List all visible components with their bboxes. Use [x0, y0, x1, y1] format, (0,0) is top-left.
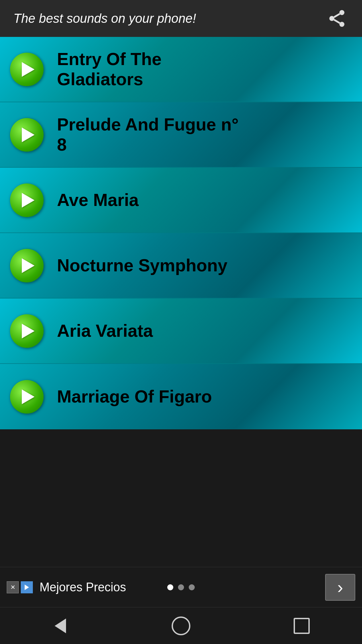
header-title: The best sounds on your phone!	[13, 11, 196, 26]
play-button-5[interactable]	[10, 314, 44, 348]
ad-flag-icon[interactable]	[21, 581, 33, 593]
ad-banner-inner: ✕ Mejores Precios	[7, 567, 355, 607]
ad-close-button[interactable]: ✕	[7, 581, 19, 593]
header: The best sounds on your phone!	[0, 0, 362, 37]
svg-line-3	[334, 20, 340, 23]
song-item[interactable]: Ave Maria	[0, 168, 362, 233]
song-item[interactable]: Prelude And Fugue n°8	[0, 102, 362, 168]
ad-close: ✕	[7, 581, 33, 593]
song-item[interactable]: Marriage Of Figaro	[0, 364, 362, 429]
play-button-6[interactable]	[10, 380, 44, 414]
play-button-4[interactable]	[10, 249, 44, 282]
play-button-3[interactable]	[10, 183, 44, 217]
svg-line-4	[334, 14, 340, 17]
song-list: Entry Of TheGladiators Prelude And Fugue…	[0, 37, 362, 567]
play-button-1[interactable]	[10, 53, 44, 86]
ad-arrow-button[interactable]	[325, 574, 355, 601]
nav-recents-icon	[294, 618, 310, 634]
nav-recents-button[interactable]	[282, 612, 322, 639]
ad-content: ✕ Mejores Precios	[7, 580, 126, 594]
nav-home-icon	[172, 616, 190, 635]
play-button-2[interactable]	[10, 118, 44, 152]
ad-dot-3	[189, 584, 195, 590]
share-button[interactable]	[325, 7, 349, 30]
svg-point-0	[340, 10, 345, 15]
song-title-6: Marriage Of Figaro	[57, 387, 212, 407]
nav-bar	[0, 607, 362, 644]
song-title-5: Aria Variata	[57, 321, 153, 341]
song-item[interactable]: Aria Variata	[0, 299, 362, 364]
ad-dot-1	[167, 584, 173, 590]
ad-text: Mejores Precios	[40, 580, 126, 594]
song-item[interactable]: Entry Of TheGladiators	[0, 37, 362, 102]
nav-home-button[interactable]	[161, 612, 201, 639]
svg-point-2	[340, 22, 345, 27]
svg-point-1	[329, 16, 335, 21]
song-title-1: Entry Of TheGladiators	[57, 49, 162, 90]
song-title-3: Ave Maria	[57, 190, 139, 210]
song-item[interactable]: Nocturne Symphony	[0, 233, 362, 299]
svg-marker-5	[25, 584, 29, 590]
ad-banner: ✕ Mejores Precios	[0, 567, 362, 607]
song-title-4: Nocturne Symphony	[57, 256, 228, 276]
ad-dots	[167, 584, 195, 590]
ad-dot-2	[178, 584, 184, 590]
nav-back-button[interactable]	[40, 612, 80, 639]
song-title-2: Prelude And Fugue n°8	[57, 115, 239, 155]
